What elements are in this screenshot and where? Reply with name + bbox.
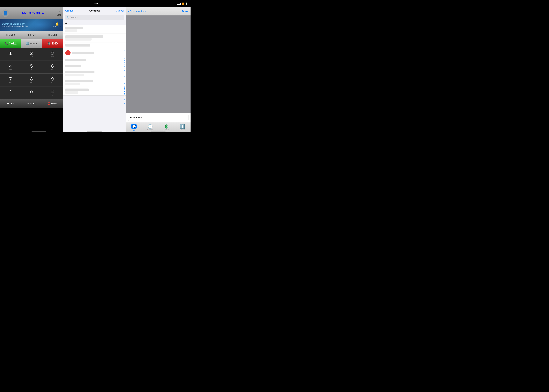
- alpha-j[interactable]: J: [124, 68, 125, 70]
- call-icon: 📞: [4, 42, 8, 45]
- alpha-i[interactable]: I: [124, 66, 125, 68]
- text-tab-icon: 💬: [131, 124, 137, 129]
- alpha-t[interactable]: T: [124, 88, 125, 90]
- key-5-digit: 5: [30, 64, 33, 68]
- cancel-button[interactable]: Cancel: [116, 9, 124, 12]
- account-tab-icon: 💲: [164, 124, 169, 129]
- list-item[interactable]: [63, 57, 126, 63]
- contacts-header: Groups Contacts Cancel: [63, 7, 126, 14]
- alpha-f[interactable]: F: [124, 59, 125, 62]
- contact-avatar-red: [65, 50, 70, 56]
- key-6-digit: 6: [51, 64, 54, 68]
- key-4[interactable]: 4 ghi: [0, 61, 21, 73]
- key-8[interactable]: 8 tuv: [21, 73, 42, 86]
- clr-icon: ⬅: [7, 102, 9, 105]
- alpha-o[interactable]: O: [124, 78, 125, 80]
- search-bar[interactable]: 🔍 Search: [65, 15, 124, 20]
- contact-name-blurred: [65, 65, 81, 67]
- person-icon: 👤: [3, 11, 8, 16]
- key-6[interactable]: 6 mno: [42, 61, 63, 73]
- back-button[interactable]: ‹ Conversations: [128, 10, 146, 13]
- conversations-label: Conversations: [130, 10, 146, 13]
- key-2-letters: abc: [30, 56, 33, 58]
- alpha-r[interactable]: R: [124, 84, 125, 86]
- alpha-hash[interactable]: #: [124, 102, 125, 105]
- line-buttons: LINE 1 ⬆ 3-way LINE 2: [0, 31, 63, 39]
- key-3-digit: 3: [51, 51, 54, 56]
- key-star[interactable]: *: [0, 86, 21, 99]
- tab-text[interactable]: 💬 Text: [126, 123, 142, 132]
- key-hash[interactable]: # +: [42, 86, 63, 99]
- alpha-k[interactable]: K: [124, 70, 125, 72]
- redial-button[interactable]: 🔄 Re-dial: [21, 39, 42, 48]
- world-map-decoration: [25, 19, 54, 31]
- line1-button[interactable]: LINE 1: [0, 31, 21, 39]
- contacts-panel: Groups Contacts Cancel 🔍 Search A: [63, 7, 126, 133]
- alpha-q[interactable]: Q: [124, 82, 125, 84]
- alpha-u[interactable]: U: [124, 90, 125, 92]
- alpha-h[interactable]: H: [124, 63, 125, 66]
- contact-detail-blurred: [65, 91, 78, 94]
- key-2[interactable]: 2 abc: [21, 48, 42, 61]
- alpha-x[interactable]: X: [124, 96, 125, 98]
- message-input[interactable]: [128, 115, 188, 121]
- tab-account[interactable]: 💲 Account: [158, 124, 174, 131]
- tab-about[interactable]: ℹ️ About: [174, 124, 191, 131]
- contact-name-blurred: [65, 44, 90, 47]
- about-tab-label: About: [180, 129, 185, 131]
- key-1[interactable]: 1: [0, 48, 21, 61]
- list-item[interactable]: [63, 78, 126, 87]
- alpha-e[interactable]: E: [124, 57, 125, 59]
- clr-button[interactable]: ⬅ CLR: [0, 99, 21, 108]
- end-button[interactable]: 📵 END: [42, 39, 63, 48]
- done-button[interactable]: Done: [182, 10, 188, 13]
- list-item[interactable]: [63, 25, 126, 34]
- alpha-a[interactable]: A: [124, 49, 125, 51]
- alpha-y[interactable]: Y: [124, 98, 125, 100]
- groups-button[interactable]: Groups: [65, 9, 73, 12]
- contact-detail-blurred: [65, 29, 77, 32]
- line2-button[interactable]: LINE 2: [42, 31, 63, 39]
- key-9-letters: wxyz: [51, 82, 54, 83]
- call-button[interactable]: 📞 CALL: [0, 39, 21, 48]
- list-item[interactable]: [63, 87, 126, 96]
- list-item[interactable]: [63, 69, 126, 78]
- control-buttons: ⬅ CLR ⏸ HOLD 🚫 MUTE: [0, 99, 63, 108]
- dialer-banner: 2¢/min to China & UK Low rates for calli…: [0, 19, 63, 31]
- threeway-button[interactable]: ⬆ 3-way: [21, 31, 42, 39]
- more-button[interactable]: ↗ MORE: [57, 11, 61, 16]
- alpha-g[interactable]: G: [124, 62, 125, 63]
- list-item[interactable]: [63, 49, 126, 57]
- list-item[interactable]: [63, 63, 126, 69]
- tab-recents[interactable]: 🕐 Recents: [142, 124, 158, 131]
- alpha-n[interactable]: N: [124, 76, 125, 78]
- key-0[interactable]: 0: [21, 86, 42, 99]
- alpha-p[interactable]: P: [124, 80, 125, 82]
- key-7[interactable]: 7 pqrs: [0, 73, 21, 86]
- mute-label: MUTE: [51, 102, 58, 105]
- key-3[interactable]: 3 def: [42, 48, 63, 61]
- banner-desc: Low rates for calling around the globe.: [2, 25, 29, 27]
- contacts-list[interactable]: A: [63, 21, 126, 133]
- home-indicator-mid: [87, 131, 102, 132]
- alpha-l[interactable]: L: [124, 72, 125, 74]
- list-item[interactable]: [63, 34, 126, 42]
- key-9-digit: 9: [51, 77, 54, 81]
- hold-button[interactable]: ⏸ HOLD: [21, 99, 42, 108]
- key-9[interactable]: 9 wxyz: [42, 73, 63, 86]
- alphabet-index[interactable]: A B C D E F G H I J K L M N O P Q R S T …: [123, 21, 126, 133]
- alpha-v[interactable]: V: [124, 92, 125, 94]
- alpha-z[interactable]: Z: [124, 100, 125, 102]
- list-item[interactable]: [63, 42, 126, 49]
- alpha-c[interactable]: C: [124, 53, 125, 56]
- key-7-digit: 7: [9, 77, 12, 81]
- more-icon: ↗: [58, 11, 60, 14]
- key-5[interactable]: 5 jkl: [21, 61, 42, 73]
- alpha-d[interactable]: D: [124, 56, 125, 57]
- alpha-w[interactable]: W: [124, 94, 125, 96]
- alpha-s[interactable]: S: [124, 86, 125, 88]
- key-5-letters: jkl: [31, 69, 32, 70]
- mute-button[interactable]: 🚫 MUTE: [42, 99, 63, 108]
- alpha-b[interactable]: B: [124, 51, 125, 53]
- alpha-m[interactable]: M: [124, 74, 125, 76]
